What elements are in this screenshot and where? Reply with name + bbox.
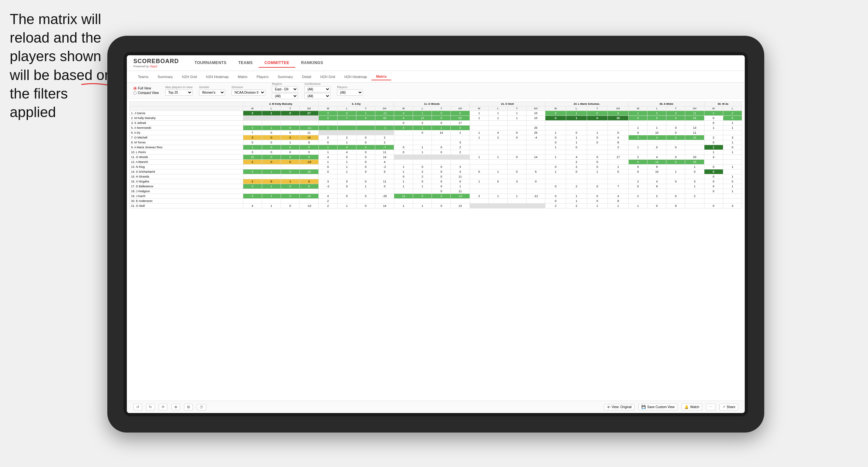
subnav-summary1[interactable]: Summary [153,73,177,80]
gender-select[interactable]: Women's [199,89,225,96]
region-all-select[interactable]: (All) [272,93,298,99]
annotation-text: The matrix will reload and the players s… [10,10,114,121]
wlt-l3: L [413,106,432,111]
players-select[interactable]: (All) [337,89,363,96]
wlt-dif4: Dif [526,106,545,111]
player-name: 7. O Mitchell [130,135,243,140]
col-header-schumac: 23. L Marie Schumac. [545,102,628,106]
compact-view-radio[interactable] [133,91,136,95]
table-row: 2. M Kelly Mulcahy 07040 410050 11110 01… [130,116,742,121]
row-header-name [130,106,243,111]
full-view-option[interactable]: Full View [133,87,159,90]
full-view-radio[interactable] [133,87,136,90]
nav-committee[interactable]: COMMITTEE [258,59,295,68]
player-name: 10. L Perini [130,150,243,155]
zoom-icon: ⊕ [174,405,177,409]
more-button[interactable]: ⋯ [706,404,715,410]
share-icon: ↗ [722,405,725,409]
view-original-button[interactable]: 👁 View: Original [604,404,635,410]
col-header-za: 60. W Za [704,102,742,106]
zoom-button[interactable]: ⊕ [172,404,180,410]
wlt-t3: T [432,106,451,111]
nav-rankings[interactable]: RANKINGS [295,59,329,68]
table-row: 13. N Klug 010-2 1003 0201081 01 [130,164,742,169]
subnav-teams[interactable]: Teams [133,73,153,80]
timer-button[interactable]: ⏱ [197,404,206,410]
compact-view-label: Compact View [138,91,159,95]
player-name: 16. X Mcgaha [130,179,243,184]
subnav-h2hheatmap2[interactable]: H2H Heatmap [340,73,372,80]
wlt-l6: L [648,106,666,111]
wlt-w7: W [704,106,723,111]
conference-all-select[interactable]: (All) [304,93,331,99]
max-players-select[interactable]: Top 25 [165,89,192,96]
table-row: 16. X Mcgaha 2810 30011 1000 1030 2403 0… [130,179,742,184]
nav-teams[interactable]: TEAMS [232,59,259,68]
subnav-h2hgrid2[interactable]: H2H Grid [316,73,340,80]
table-row: 21. O Stoll 410-13 21014 11013 2211 109 … [130,204,742,209]
wlt-t1: T [281,106,300,111]
subnav-matrix2[interactable]: Matrix [371,73,391,80]
subnav-h2hheatmap1[interactable]: H2H Heatmap [201,73,233,80]
app-screen: SCOREBOARD Powered by clippd TOURNAMENTS… [127,55,745,413]
sub-navigation: Teams Summary H2H Grid H2H Heatmap Matri… [127,71,745,83]
subnav-detail[interactable]: Detail [298,73,316,80]
player-name: 2. M Kelly Mulcahy [130,116,243,121]
wlt-dif1: Dif [300,106,318,111]
wlt-w2: W [318,106,337,111]
conference-select[interactable]: (All) [304,86,331,92]
refresh-button[interactable]: ⟳ [159,404,167,410]
player-name: 6. A Dy [130,130,243,135]
wlt-dif5: Dif [608,106,629,111]
wlt-t6: T [666,106,685,111]
wlt-l5: L [566,106,587,111]
bottom-toolbar: ↺ ↻ ⟳ ⊕ ⊞ ⏱ 👁 [127,401,745,413]
player-name: 17. D Ballesteros [130,184,243,189]
region-select[interactable]: East - DII [272,86,298,92]
undo-button[interactable]: ↺ [133,404,142,410]
wlt-w5: W [545,106,566,111]
region-label: Region [272,82,298,86]
subnav-players[interactable]: Players [252,73,273,80]
matrix-table: 2. M Kelly Mulcahy 6. A Dy 11. G Woods 2… [129,101,742,209]
subnav-summary2[interactable]: Summary [273,73,298,80]
col-header-woods: 11. G Woods [394,102,470,106]
conference-filter: Conference (All) (All) [304,82,331,99]
division-filter: Division NCAA Division II [231,86,266,96]
redo-icon: ↻ [149,405,152,409]
division-select[interactable]: NCAA Division II [231,89,266,96]
watch-button[interactable]: 🔔 Watch [681,404,702,410]
view-icon: 👁 [607,405,611,409]
subnav-h2hgrid1[interactable]: H2H Grid [177,73,201,80]
wlt-w3: W [394,106,413,111]
table-row: 14. S Srichantamit 31018 0105 1204 0105 … [130,169,742,174]
table-row: 8. M Torres 0018 0102 3 0108 01 [130,140,742,145]
nav-tournaments[interactable]: TOURNAMENTS [189,59,232,68]
col-header-webb: 38. A Webb [629,102,704,106]
matrix-area[interactable]: 2. M Kelly Mulcahy 6. A Dy 11. G Woods 2… [127,99,745,401]
save-custom-button[interactable]: 💾 Save Custom View [639,404,677,410]
player-name: 9. A Maria Jimenez Rios [130,145,243,150]
player-name: 21. O Stoll [130,204,243,209]
player-name: 11. G Woods [130,155,243,160]
table-row: 6. A Dy 70011 0141 14025 1010 010011 [130,130,742,135]
top-navigation: SCOREBOARD Powered by clippd TOURNAMENTS… [127,55,745,71]
player-name: 13. N Klug [130,164,243,169]
subnav-matrix1[interactable]: Matrix [233,73,252,80]
logo-subtitle: Powered by clippd [133,65,179,68]
watch-icon: 🔔 [684,405,689,409]
gender-filter: Gender Women's [199,86,225,96]
compact-view-option[interactable]: Compact View [133,91,159,95]
wlt-w1: W [243,106,262,111]
wlt-l1: L [262,106,281,111]
share-button[interactable]: ↗ Share [719,404,738,410]
player-name: 20. E Andersson [130,199,243,204]
timer-icon: ⏱ [200,405,203,409]
redo-button[interactable]: ↻ [146,404,155,410]
more-icon: ⋯ [709,405,713,409]
wlt-dif2: Dif [375,106,394,111]
wlt-w4: W [470,106,489,111]
main-nav: TOURNAMENTS TEAMS COMMITTEE RANKINGS [189,59,329,68]
filters-bar: Full View Compact View Max players in vi… [127,83,745,99]
fit-button[interactable]: ⊞ [184,404,193,410]
